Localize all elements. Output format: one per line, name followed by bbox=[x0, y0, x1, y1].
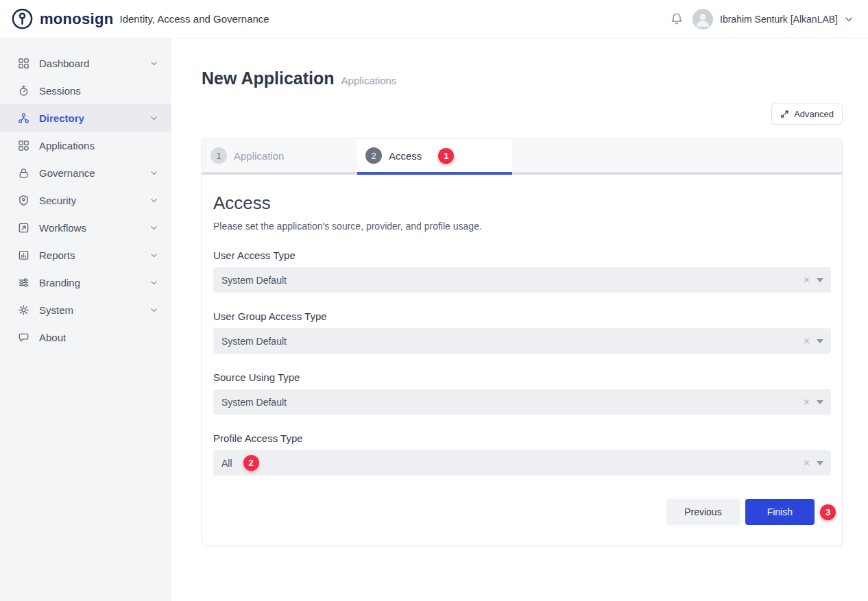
brand-name: monosign bbox=[40, 10, 114, 28]
workflow-icon bbox=[18, 222, 29, 234]
tour-step-badge-1: 1 bbox=[438, 148, 454, 164]
wizard-card: 1 Application 2 Access 1 Access Please s… bbox=[202, 138, 843, 546]
sidebar-item-label: Directory bbox=[39, 112, 84, 124]
page-head: New Application Applications bbox=[202, 69, 843, 88]
sliders-icon bbox=[18, 277, 29, 289]
field-label: User Access Type bbox=[213, 249, 831, 261]
sidebar-item-label: About bbox=[39, 332, 66, 343]
sidebar-item-label: Workflows bbox=[39, 222, 86, 234]
section-description: Please set the application's source, pro… bbox=[213, 221, 831, 232]
brand[interactable]: monosign bbox=[11, 8, 114, 30]
sidebar-item-security[interactable]: Security bbox=[0, 186, 171, 214]
sidebar-item-label: Sessions bbox=[39, 85, 81, 97]
sidebar-item-label: System bbox=[39, 304, 73, 316]
chevron-down-icon bbox=[150, 197, 158, 204]
lock-icon bbox=[18, 167, 29, 179]
shield-icon bbox=[18, 195, 29, 206]
sidebar-item-label: Governance bbox=[39, 167, 95, 179]
clear-icon[interactable]: × bbox=[804, 458, 810, 469]
field-label: Profile Access Type bbox=[213, 432, 831, 444]
avatar bbox=[692, 9, 713, 29]
user-name: Ibrahim Senturk [AlkanLAB] bbox=[720, 14, 838, 25]
section-heading: Access bbox=[213, 193, 831, 214]
sidebar-item-reports[interactable]: Reports bbox=[0, 241, 171, 269]
step-number: 2 bbox=[365, 147, 382, 164]
directory-icon bbox=[18, 112, 29, 124]
caret-down-icon bbox=[817, 461, 823, 465]
field-user-access-type: User Access Type System Default × bbox=[213, 249, 831, 293]
user-access-type-select[interactable]: System Default × bbox=[213, 267, 831, 293]
field-source-using-type: Source Using Type System Default × bbox=[213, 371, 831, 415]
topbar: monosign Identity, Access and Governance… bbox=[0, 0, 868, 38]
caret-down-icon bbox=[817, 400, 823, 404]
chevron-down-icon bbox=[845, 15, 853, 23]
profile-access-type-select[interactable]: All 2 × bbox=[213, 450, 831, 476]
app-tagline: Identity, Access and Governance bbox=[120, 13, 269, 25]
wizard-actions: Previous Finish 3 bbox=[213, 499, 831, 525]
expand-arrows-icon bbox=[780, 110, 789, 119]
sidebar-item-branding[interactable]: Branding bbox=[0, 269, 171, 296]
sidebar-item-about[interactable]: About bbox=[0, 323, 171, 351]
chevron-down-icon bbox=[150, 224, 158, 232]
sidebar-item-directory[interactable]: Directory bbox=[0, 104, 171, 132]
sidebar-item-label: Reports bbox=[39, 249, 75, 261]
chevron-down-icon bbox=[150, 114, 158, 122]
tab-label: Access bbox=[389, 150, 422, 162]
step-number: 1 bbox=[210, 147, 227, 164]
sidebar-item-applications[interactable]: Applications bbox=[0, 132, 171, 159]
chevron-down-icon bbox=[150, 60, 158, 67]
user-group-access-type-select[interactable]: System Default × bbox=[213, 328, 831, 354]
field-user-group-access-type: User Group Access Type System Default × bbox=[213, 310, 831, 354]
previous-button[interactable]: Previous bbox=[666, 499, 739, 525]
chevron-down-icon bbox=[150, 169, 158, 177]
clear-icon[interactable]: × bbox=[804, 336, 810, 347]
tab-access[interactable]: 2 Access 1 bbox=[357, 139, 512, 172]
sidebar-item-sessions[interactable]: Sessions bbox=[0, 77, 171, 104]
chevron-down-icon bbox=[150, 279, 158, 286]
dashboard-icon bbox=[18, 58, 29, 69]
wizard-tabs: 1 Application 2 Access 1 bbox=[202, 139, 842, 175]
applications-grid-icon bbox=[18, 140, 29, 151]
finish-button[interactable]: Finish bbox=[745, 499, 815, 525]
user-menu[interactable]: Ibrahim Senturk [AlkanLAB] bbox=[692, 9, 853, 29]
caret-down-icon bbox=[817, 278, 823, 282]
field-profile-access-type: Profile Access Type All 2 × bbox=[213, 432, 831, 476]
field-label: User Group Access Type bbox=[213, 310, 831, 322]
chevron-down-icon bbox=[150, 252, 158, 259]
tab-label: Application bbox=[234, 150, 284, 162]
select-value: All bbox=[221, 458, 232, 469]
tab-application[interactable]: 1 Application bbox=[202, 139, 357, 172]
breadcrumb: Applications bbox=[341, 75, 397, 86]
select-value: System Default bbox=[221, 336, 287, 347]
caret-down-icon bbox=[817, 339, 823, 343]
sidebar: Dashboard Sessions Directory bbox=[0, 38, 171, 601]
report-chart-icon bbox=[18, 249, 29, 261]
tour-step-badge-2: 2 bbox=[243, 455, 259, 471]
monosign-logo-icon bbox=[11, 8, 34, 30]
clear-icon[interactable]: × bbox=[804, 275, 810, 286]
sidebar-item-system[interactable]: System bbox=[0, 296, 171, 323]
select-value: System Default bbox=[221, 397, 287, 408]
gear-icon bbox=[18, 304, 29, 316]
sidebar-item-label: Applications bbox=[39, 140, 95, 151]
page-title: New Application bbox=[202, 69, 335, 88]
sidebar-item-dashboard[interactable]: Dashboard bbox=[0, 49, 171, 77]
chat-bubble-icon bbox=[18, 332, 29, 343]
chevron-down-icon bbox=[150, 306, 158, 314]
field-label: Source Using Type bbox=[213, 371, 831, 383]
notification-bell-icon[interactable] bbox=[671, 12, 683, 25]
main-content: New Application Applications Advanced 1 … bbox=[171, 38, 868, 601]
advanced-button[interactable]: Advanced bbox=[771, 103, 843, 125]
stopwatch-icon bbox=[18, 85, 29, 97]
advanced-label: Advanced bbox=[794, 109, 834, 119]
tour-step-badge-3: 3 bbox=[820, 504, 836, 520]
select-value: System Default bbox=[221, 275, 287, 286]
sidebar-item-governance[interactable]: Governance bbox=[0, 159, 171, 186]
wizard-body: Access Please set the application's sour… bbox=[202, 175, 842, 545]
sidebar-item-label: Dashboard bbox=[39, 58, 89, 69]
clear-icon[interactable]: × bbox=[804, 397, 810, 408]
source-using-type-select[interactable]: System Default × bbox=[213, 389, 831, 415]
sidebar-item-label: Security bbox=[39, 195, 76, 206]
sidebar-item-workflows[interactable]: Workflows bbox=[0, 214, 171, 241]
toolbar: Advanced bbox=[202, 103, 843, 125]
